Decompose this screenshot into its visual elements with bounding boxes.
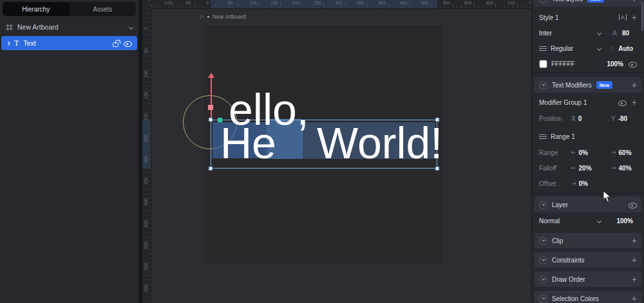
ruler-label: 550 (442, 1, 450, 5)
falloff-in-field[interactable]: 20% (579, 165, 592, 172)
range-end-field[interactable]: 60% (619, 149, 632, 156)
ruler-label: 450 (144, 220, 148, 228)
font-family-dropdown[interactable]: Inter (539, 30, 601, 37)
range-start-field[interactable]: 0% (579, 149, 588, 156)
position-gizmo-handle[interactable] (208, 105, 213, 110)
fill-color-row: FFFFFF 100% (535, 57, 641, 71)
position-row: Position X 0 Y -80 (535, 111, 641, 125)
selection-handle-bottom-right[interactable] (435, 167, 439, 170)
section-title: Text Modifiers (552, 82, 592, 89)
modifier-group-name: Modifier Group 1 (539, 99, 587, 106)
canvas-text-right[interactable]: World! (317, 121, 442, 165)
panel-scrollbar-thumb[interactable] (641, 1, 643, 31)
fill-visibility-eye-icon[interactable] (629, 60, 637, 68)
add-icon[interactable]: + (632, 98, 637, 107)
canvas-text-left[interactable]: He (220, 121, 276, 165)
weight-row: Regular ↕ Auto (535, 41, 641, 55)
collapse-chevron-icon[interactable] (539, 81, 547, 89)
ruler-label: 50 (144, 48, 148, 53)
font-weight-dropdown[interactable]: Regular (551, 45, 601, 52)
ruler-label: 450 (400, 1, 408, 5)
position-y-field[interactable]: -80 (618, 115, 627, 122)
falloff-in-icon: ⇤ (571, 165, 576, 171)
canvas-viewport[interactable]: ▷ ● New Artboard ello, He World! (151, 9, 531, 303)
color-hex-field[interactable]: FFFFFF (551, 60, 575, 68)
falloff-out-icon: ⇥ (611, 165, 616, 171)
collapse-chevron-icon[interactable] (539, 256, 547, 264)
section-text-styles[interactable]: Text Styles New + (535, 0, 641, 6)
modifier-group-row[interactable]: Modifier Group 1 + (535, 95, 641, 109)
tab-hierarchy[interactable]: Hierarchy (3, 2, 70, 16)
range-group-row[interactable]: Range 1 (535, 129, 641, 143)
font-size-icon: A (612, 30, 617, 37)
artboard-title[interactable]: ▷ ● New Artboard (200, 14, 246, 20)
add-icon[interactable]: + (632, 294, 637, 303)
artboard-title-label: New Artboard (213, 14, 246, 20)
ruler-label: 250 (144, 134, 148, 142)
expand-chevron-icon[interactable] (6, 41, 10, 45)
section-constraints[interactable]: Constraints + (535, 252, 641, 268)
add-icon[interactable]: + (632, 255, 637, 264)
font-weight-value: Regular (551, 45, 573, 52)
modifier-visibility-eye-icon[interactable] (618, 98, 627, 107)
offset-field[interactable]: 0% (579, 180, 588, 187)
selection-handle-top-left[interactable] (209, 118, 213, 122)
chevron-down-icon[interactable] (129, 24, 133, 29)
text-align-icon[interactable]: A (619, 14, 627, 21)
layer-visibility-eye-icon[interactable] (629, 201, 637, 209)
add-modifier-icon[interactable]: + (632, 80, 637, 89)
ruler-label: 400 (378, 1, 386, 5)
selection-handle-top-right[interactable] (435, 118, 439, 122)
section-layer[interactable]: Layer (535, 197, 641, 212)
panel-tabbar: Hierarchy Assets (3, 2, 136, 16)
blend-mode-value: Normal (539, 217, 560, 225)
section-text-modifiers[interactable]: Text Modifiers New + (535, 77, 641, 93)
position-x-field[interactable]: 0 (578, 115, 582, 122)
layer-opacity-field[interactable]: 100% (616, 217, 633, 225)
ruler-label: -100 (163, 1, 172, 5)
add-icon[interactable]: + (632, 0, 637, 3)
y-axis-gizmo-line[interactable] (211, 77, 212, 122)
ruler-top: -100-50050100150200250300350400450500550… (151, 0, 531, 9)
collapse-chevron-icon[interactable] (539, 0, 547, 3)
selection-handle-bottom-left[interactable] (209, 167, 213, 170)
ruler-label: 550 (144, 262, 148, 270)
add-icon[interactable]: + (632, 275, 637, 284)
style-row[interactable]: Style 1 A + (535, 10, 641, 24)
chevron-down-icon (597, 30, 601, 35)
add-icon[interactable]: + (632, 236, 637, 245)
font-style-icon (539, 46, 547, 51)
collapse-chevron-icon[interactable] (539, 237, 547, 245)
ruler-label: 100 (249, 1, 257, 5)
color-opacity-field[interactable]: 100% (607, 60, 623, 68)
collapse-chevron-icon[interactable] (539, 275, 547, 284)
range-group-name: Range 1 (551, 133, 575, 140)
falloff-label: Falloff (539, 165, 567, 172)
range-gizmo-handle[interactable] (218, 118, 222, 122)
section-title: Constraints (552, 257, 585, 264)
blend-row: Normal 100% (535, 214, 641, 228)
section-clip[interactable]: Clip + (535, 233, 641, 248)
new-badge: New (596, 81, 612, 89)
line-height-field[interactable]: Auto (618, 45, 633, 52)
section-selection-colors[interactable]: Selection Colors + (535, 291, 641, 303)
chevron-down-icon (597, 46, 601, 50)
ruler-label: 300 (335, 1, 343, 5)
color-swatch[interactable] (539, 60, 547, 68)
add-style-icon[interactable]: + (632, 13, 637, 22)
unlock-icon[interactable] (113, 42, 118, 47)
visibility-eye-icon[interactable] (124, 39, 132, 48)
section-title: Layer (552, 201, 568, 208)
section-draw-order[interactable]: Draw Order + (535, 271, 641, 287)
text-layer-label: Text (23, 39, 35, 47)
falloff-out-field[interactable]: 40% (619, 165, 632, 172)
divider (532, 72, 644, 73)
collapse-chevron-icon[interactable] (539, 201, 547, 209)
tab-assets[interactable]: Assets (70, 2, 137, 16)
text-layer-item[interactable]: T Text (1, 36, 137, 50)
artboard-list-item[interactable]: New Artboard (0, 20, 138, 34)
play-icon[interactable]: ▷ (200, 14, 204, 19)
font-size-field[interactable]: 80 (622, 30, 629, 37)
blend-mode-dropdown[interactable]: Normal (539, 217, 601, 225)
collapse-chevron-icon[interactable] (539, 295, 547, 303)
